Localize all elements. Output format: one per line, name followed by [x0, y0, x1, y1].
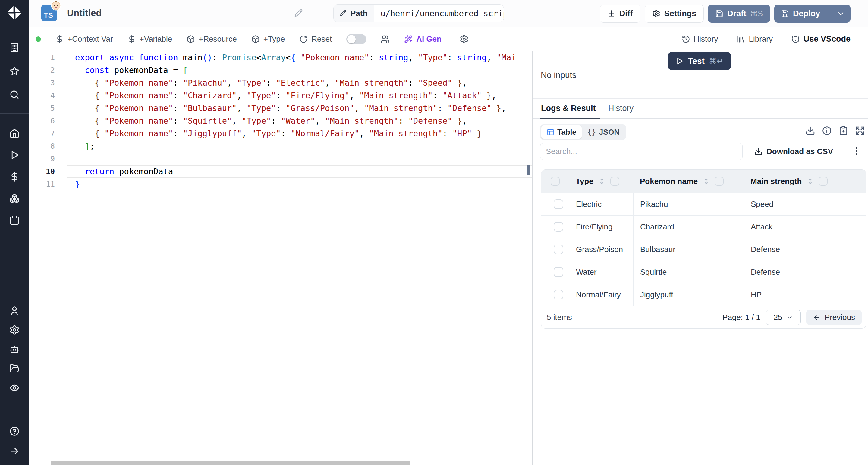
code-content: const pokemonData = [: [67, 64, 532, 76]
no-inputs-text: No inputs: [541, 70, 576, 80]
view-toggle-table[interactable]: Table: [541, 125, 582, 139]
column-select-checkbox[interactable]: [610, 177, 619, 186]
column-select-checkbox[interactable]: [715, 177, 724, 186]
toolbar-item-resource[interactable]: +Resource: [187, 34, 237, 44]
sidebar-item-eye[interactable]: [8, 382, 21, 394]
toolbar-item-reset[interactable]: Reset: [299, 34, 332, 44]
toolbar-item-variable[interactable]: +Variable: [127, 34, 173, 44]
sort-icon[interactable]: [806, 177, 814, 185]
line-number: 10: [29, 165, 67, 178]
line-number: 4: [29, 89, 67, 101]
page-size-select[interactable]: 25: [766, 310, 801, 325]
row-checkbox[interactable]: [554, 199, 563, 209]
table-icon: [547, 128, 554, 136]
tab-logs-result[interactable]: Logs & Result: [541, 98, 596, 118]
horizontal-scrollbar[interactable]: [51, 461, 410, 465]
tab-history[interactable]: History: [608, 98, 633, 118]
code-line[interactable]: 9: [29, 152, 532, 165]
column-header-main-strength[interactable]: Main strength: [744, 177, 866, 186]
toolbar-item-label: +Context Var: [67, 34, 113, 44]
row-checkbox[interactable]: [554, 244, 563, 254]
code-line[interactable]: 7 { "Pokemon name": "Jigglypuff", "Type"…: [29, 127, 532, 140]
sidebar-item-gear[interactable]: [8, 324, 21, 336]
history-icon: [682, 35, 690, 43]
column-header-pokemon-name[interactable]: Pokemon name: [633, 177, 744, 186]
sidebar-item-search[interactable]: [8, 89, 21, 101]
sort-icon[interactable]: [702, 177, 710, 185]
copy-to-clipboard-icon[interactable]: [838, 126, 848, 136]
sidebar-item-calendar[interactable]: [8, 214, 21, 226]
collaboration-toggle[interactable]: [346, 34, 366, 44]
path-field[interactable]: Path u/henri/unencumbered_script: [333, 4, 504, 22]
download-csv-button[interactable]: Download as CSV: [754, 143, 833, 160]
sidebar-item-boxes[interactable]: [8, 193, 21, 204]
column-header-label: Type: [576, 177, 593, 186]
select-all-checkbox[interactable]: [551, 177, 560, 186]
table-menu-icon[interactable]: [851, 145, 862, 157]
code-line[interactable]: 10 return pokemonData: [29, 165, 532, 178]
cell-value: HP: [751, 290, 762, 299]
view-toggle-json[interactable]: {} JSON: [582, 125, 625, 139]
table-row[interactable]: Normal/FairyJigglypuffHP: [541, 283, 866, 306]
download-result-icon[interactable]: [805, 126, 815, 136]
code-line[interactable]: 5 { "Pokemon name": "Bulbasaur", "Type":…: [29, 101, 532, 114]
table-row[interactable]: ElectricPikachuSpeed: [541, 193, 866, 215]
editor-settings-gear-icon[interactable]: [460, 35, 469, 44]
deploy-dropdown-button[interactable]: [831, 4, 850, 23]
row-checkbox[interactable]: [554, 222, 563, 232]
toolbar-item-history[interactable]: History: [682, 34, 718, 44]
column-select-checkbox[interactable]: [818, 177, 828, 186]
sidebar-item-bot[interactable]: [8, 343, 21, 355]
code-line[interactable]: 6 { "Pokemon name": "Squirtle", "Type": …: [29, 114, 532, 127]
windmill-logo-icon[interactable]: [6, 4, 23, 21]
code-line[interactable]: 8 ];: [29, 140, 532, 152]
toolbar-item-type[interactable]: +Type: [251, 34, 285, 44]
sidebar-item-building[interactable]: [8, 41, 21, 54]
draft-button[interactable]: Draft ⌘S: [708, 4, 770, 23]
ai-gen-button[interactable]: AI Gen: [404, 34, 441, 44]
row-checkbox[interactable]: [554, 290, 563, 299]
code-line[interactable]: 3 { "Pokemon name": "Pikachu", "Type": "…: [29, 76, 532, 89]
test-button[interactable]: Test ⌘↵: [668, 52, 731, 70]
toolbar-item-label: +Resource: [198, 34, 237, 44]
select-all-cell: [541, 177, 569, 186]
save-icon: [715, 10, 723, 18]
user-icon: [9, 306, 20, 316]
items-count: 5 items: [547, 313, 572, 322]
sidebar-item-star[interactable]: [8, 65, 21, 77]
sidebar-item-play[interactable]: [8, 149, 21, 161]
row-checkbox[interactable]: [554, 267, 563, 277]
diff-button[interactable]: Diff: [600, 4, 641, 23]
sidebar-item-folder-open[interactable]: [8, 362, 21, 375]
table-row[interactable]: Grass/PoisonBulbasaurDefense: [541, 238, 866, 261]
users-icon[interactable]: [381, 35, 390, 44]
sidebar-item-dollar[interactable]: [8, 171, 21, 183]
column-header-type[interactable]: Type: [569, 177, 633, 186]
sidebar-item-arrow-right[interactable]: [8, 445, 21, 457]
sort-icon[interactable]: [598, 177, 606, 185]
toolbar-item-use-vscode[interactable]: Use VScode: [792, 34, 850, 44]
sidebar-divider: [0, 113, 29, 114]
previous-page-button[interactable]: Previous: [806, 310, 862, 325]
info-icon[interactable]: [822, 126, 832, 136]
sidebar-item-help[interactable]: [8, 425, 21, 437]
code-editor[interactable]: 1export async function main(): Promise<A…: [29, 51, 532, 465]
toolbar-item-library[interactable]: Library: [737, 34, 772, 44]
code-line[interactable]: 2 const pokemonData = [: [29, 64, 532, 76]
code-line[interactable]: 4 { "Pokemon name": "Charizard", "Type":…: [29, 89, 532, 101]
edit-path-icon: [340, 10, 347, 17]
settings-button[interactable]: Settings: [645, 4, 704, 23]
diff-button-label: Diff: [619, 9, 633, 19]
table-row[interactable]: Fire/FlyingCharizardAttack: [541, 215, 866, 238]
toolbar-item-contextvar[interactable]: +Context Var: [56, 34, 113, 44]
edit-summary-icon[interactable]: [294, 9, 303, 18]
deploy-button[interactable]: Deploy: [774, 4, 827, 23]
code-line[interactable]: 11}: [29, 178, 532, 190]
sidebar-item-home[interactable]: [8, 127, 21, 139]
code-line[interactable]: 1export async function main(): Promise<A…: [29, 51, 532, 64]
table-row[interactable]: WaterSquirtleDefense: [541, 261, 866, 283]
search-input[interactable]: [540, 143, 743, 160]
sidebar-item-user[interactable]: [8, 304, 21, 317]
fullscreen-icon[interactable]: [855, 126, 865, 136]
table-cell: Squirtle: [633, 261, 744, 283]
